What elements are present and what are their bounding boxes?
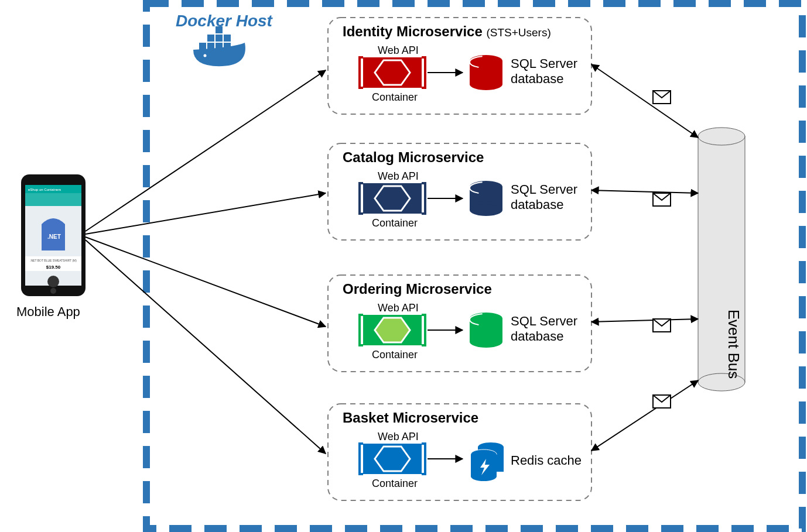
svg-point-19: [698, 128, 745, 145]
svg-point-26: [470, 78, 502, 90]
web-api-label: Web API: [378, 44, 419, 56]
event-bus-label: Event Bus: [725, 310, 743, 379]
envelope-icon: [653, 91, 671, 104]
svg-point-42: [470, 336, 502, 348]
envelope-icon: [653, 395, 671, 408]
container-icon: [360, 183, 425, 214]
redis-cache-icon: [471, 442, 504, 481]
datastore-label: SQL Server: [511, 182, 577, 197]
svg-text:.NET: .NET: [47, 234, 61, 240]
container-label: Container: [372, 349, 418, 361]
microservice-box: Ordering Microservice Web APIContainerSQ…: [328, 275, 591, 372]
svg-line-55: [86, 237, 326, 327]
svg-point-8: [204, 54, 207, 57]
mobile-app-label: Mobile App: [16, 304, 80, 319]
svg-rect-6: [224, 35, 231, 42]
svg-line-56: [86, 240, 326, 454]
microservice-box: Catalog Microservice Web APIContainerSQL…: [328, 143, 591, 240]
web-api-label: Web API: [378, 170, 419, 182]
svg-rect-12: [25, 193, 81, 206]
svg-line-57: [591, 64, 698, 138]
svg-line-59: [591, 319, 698, 322]
container-label: Container: [372, 217, 418, 229]
container-label: Container: [372, 91, 418, 103]
svg-line-54: [86, 193, 326, 234]
svg-rect-3: [224, 43, 231, 50]
mobile-phone: eShop on Containers .NET .NET BOT BLUE S…: [21, 174, 86, 296]
service-title: Ordering Microservice: [343, 281, 492, 297]
database-icon: [470, 181, 502, 216]
service-title: Catalog Microservice: [343, 149, 484, 165]
web-api-label: Web API: [378, 302, 419, 314]
docker-whale-icon: [193, 26, 245, 66]
envelope-icon: [653, 193, 671, 206]
service-title: Identity Microservice (STS+Users): [343, 23, 551, 39]
svg-line-53: [86, 70, 326, 231]
service-title: Basket Microservice: [343, 410, 478, 425]
svg-rect-0: [199, 43, 206, 50]
svg-text:database: database: [511, 197, 564, 212]
svg-text:database: database: [511, 329, 564, 344]
svg-line-58: [591, 190, 698, 193]
datastore-label: SQL Server: [511, 56, 577, 71]
svg-point-16: [47, 276, 59, 287]
microservice-box: Basket Microservice Web APIContainerRedi…: [328, 404, 591, 500]
datastore-label: SQL Server: [511, 314, 577, 328]
datastore-label: Redis cache: [511, 453, 582, 468]
event-bus: Event Bus: [698, 128, 745, 391]
container-icon: [360, 315, 425, 345]
web-api-label: Web API: [378, 431, 419, 442]
svg-point-17: [50, 288, 56, 294]
svg-rect-5: [216, 35, 223, 42]
svg-rect-1: [207, 43, 214, 50]
svg-rect-2: [216, 43, 223, 50]
svg-point-52: [471, 472, 497, 481]
container-label: Container: [372, 478, 418, 489]
microservice-box: Identity Microservice (STS+Users)Web API…: [328, 18, 591, 114]
svg-rect-7: [216, 26, 223, 33]
envelope-icon: [653, 319, 671, 332]
svg-rect-4: [207, 35, 214, 42]
svg-line-60: [591, 380, 698, 451]
svg-point-34: [470, 204, 502, 216]
phone-price: $19.50: [46, 265, 61, 270]
database-icon: [470, 55, 502, 90]
svg-text:database: database: [511, 71, 564, 86]
docker-host-label: Docker Host: [176, 12, 273, 30]
phone-product: .NET BOT BLUE SWEATSHIRT (M): [30, 259, 77, 262]
architecture-diagram: Docker Host eShop on Containers .NET .NE…: [0, 0, 807, 532]
container-icon: [360, 57, 425, 88]
container-icon: [360, 444, 425, 474]
database-icon: [470, 313, 502, 348]
phone-app-title: eShop on Containers: [28, 188, 61, 191]
